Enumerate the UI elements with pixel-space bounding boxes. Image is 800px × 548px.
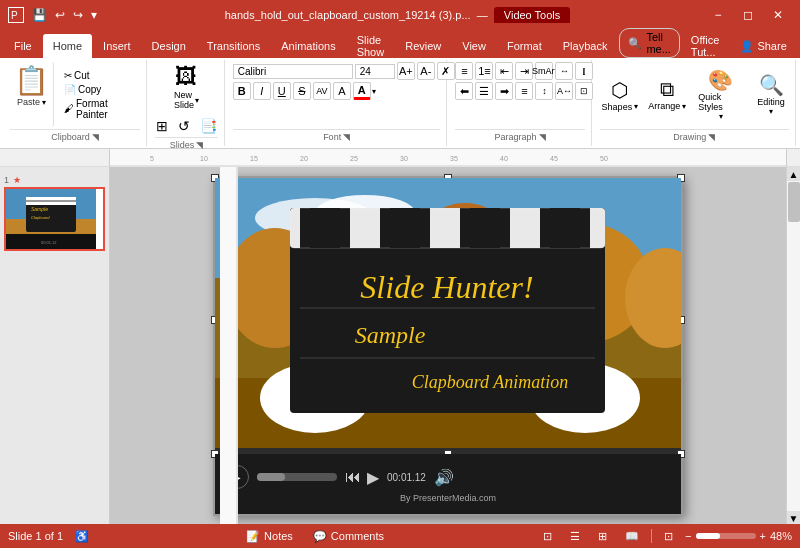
zoom-slider[interactable] [696, 533, 756, 539]
arrange-arrow[interactable]: ▾ [682, 102, 686, 111]
paste-dropdown-arrow[interactable]: ▾ [42, 98, 46, 107]
quick-styles-arrow[interactable]: ▾ [719, 112, 723, 121]
accessibility-button[interactable]: ♿ [71, 529, 93, 544]
redo-icon[interactable]: ↪ [71, 6, 85, 24]
forward-button[interactable]: ▶ [367, 468, 379, 487]
volume-button[interactable]: 🔊 [434, 468, 454, 487]
tab-office-tut[interactable]: Office Tut... [681, 34, 730, 58]
decrease-font-btn[interactable]: A- [417, 62, 435, 80]
editing-button[interactable]: 🔍 Editing ▾ [753, 71, 789, 118]
zoom-out-btn[interactable]: − [685, 530, 691, 542]
align-center-btn[interactable]: ☰ [475, 82, 493, 100]
numbering-btn[interactable]: 1≡ [475, 62, 493, 80]
shapes-arrow[interactable]: ▾ [634, 102, 638, 111]
video-progress-bar[interactable] [257, 473, 337, 481]
smartart-btn[interactable]: SmArt [535, 62, 553, 80]
slide-canvas[interactable]: Slide Hunter! Sample Clapboard Animation… [213, 176, 683, 516]
scroll-thumb[interactable] [788, 182, 800, 222]
new-slide-arrow[interactable]: ▾ [195, 96, 199, 105]
normal-view-btn[interactable]: ⊡ [537, 528, 558, 545]
tab-slideshow[interactable]: Slide Show [347, 34, 395, 58]
align-right-btn[interactable]: ➡ [495, 82, 513, 100]
new-slide-button[interactable]: 🖼 NewSlide ▾ [172, 62, 201, 112]
slide-sorter-btn[interactable]: ⊞ [592, 528, 613, 545]
align-left-btn[interactable]: ⬅ [455, 82, 473, 100]
svg-rect-45 [350, 208, 380, 248]
tab-insert[interactable]: Insert [93, 34, 141, 58]
reset-button[interactable]: ↺ [175, 117, 193, 135]
bullets-btn[interactable]: ≡ [455, 62, 473, 80]
underline-btn[interactable]: U [273, 82, 291, 100]
comments-button[interactable]: 💬 Comments [307, 528, 390, 545]
convert-btn[interactable]: ↔ [555, 62, 573, 80]
increase-indent-btn[interactable]: ⇥ [515, 62, 533, 80]
shapes-icon: ⬡ [611, 78, 628, 102]
tell-me-input[interactable]: 🔍 Tell me... [619, 28, 679, 58]
tab-design[interactable]: Design [142, 34, 196, 58]
tab-home[interactable]: Home [43, 34, 92, 58]
font-color-btn[interactable]: A [353, 82, 371, 100]
tab-format[interactable]: Format [497, 34, 552, 58]
font-name-input[interactable] [233, 64, 353, 79]
char-spacing-btn[interactable]: AV [313, 82, 331, 100]
undo-icon[interactable]: ↩ [53, 6, 67, 24]
zoom-in-btn[interactable]: + [760, 530, 766, 542]
clapboard: Slide Hunter! Sample Clapboard Animation [290, 208, 605, 428]
section-button[interactable]: 📑 [197, 117, 220, 135]
font-shadow-btn[interactable]: A [333, 82, 351, 100]
layout-button[interactable]: ⊞ [153, 117, 171, 135]
rewind-button[interactable]: ⏮ [345, 468, 361, 487]
reading-view-btn[interactable]: 📖 [619, 528, 645, 545]
text-dir-btn[interactable]: A↔ [555, 82, 573, 100]
share-button[interactable]: 👤 Share [730, 34, 796, 58]
arrange-button[interactable]: ⧉ Arrange ▾ [646, 76, 688, 113]
paragraph-expand-icon[interactable]: ◥ [539, 132, 546, 142]
paste-button[interactable]: 📋 Paste ▾ [10, 62, 54, 127]
minimize-button[interactable]: − [704, 4, 732, 26]
clipboard-expand-icon[interactable]: ◥ [92, 132, 99, 142]
drawing-expand-icon[interactable]: ◥ [708, 132, 715, 142]
outline-view-btn[interactable]: ☰ [564, 528, 586, 545]
svg-text:Clapboard Animation: Clapboard Animation [412, 372, 569, 392]
ribbon-tab-bar: File Home Insert Design Transitions Anim… [0, 30, 800, 58]
strikethrough-btn[interactable]: S [293, 82, 311, 100]
quick-styles-button[interactable]: 🎨 Quick Styles ▾ [694, 66, 747, 123]
save-icon[interactable]: 💾 [30, 6, 49, 24]
columns-btn[interactable]: ⫿ [575, 62, 593, 80]
tab-review[interactable]: Review [395, 34, 451, 58]
tab-file[interactable]: File [4, 34, 42, 58]
slide-item-1[interactable]: 1 ★ Sample [4, 175, 105, 251]
window-controls: − ◻ ✕ [704, 4, 792, 26]
font-size-input[interactable] [355, 64, 395, 79]
line-spacing-btn[interactable]: ↕ [535, 82, 553, 100]
tab-playback[interactable]: Playback [553, 34, 618, 58]
scroll-down-button[interactable]: ▼ [787, 511, 801, 525]
video-tools-tab[interactable]: Video Tools [494, 7, 570, 23]
font-expand-icon[interactable]: ◥ [343, 132, 350, 142]
fit-slide-btn[interactable]: ⊡ [658, 528, 679, 545]
restore-button[interactable]: ◻ [734, 4, 762, 26]
cut-button[interactable]: ✂ Cut [61, 69, 136, 82]
scroll-up-button[interactable]: ▲ [787, 167, 801, 181]
italic-btn[interactable]: I [253, 82, 271, 100]
tab-transitions[interactable]: Transitions [197, 34, 270, 58]
justify-btn[interactable]: ≡ [515, 82, 533, 100]
tab-animations[interactable]: Animations [271, 34, 345, 58]
increase-font-btn[interactable]: A+ [397, 62, 415, 80]
format-painter-button[interactable]: 🖌 Format Painter [61, 97, 136, 121]
slide-thumbnail-1[interactable]: Sample Clapboard 00:01.12 [4, 187, 105, 251]
bold-btn[interactable]: B [233, 82, 251, 100]
notes-button[interactable]: 📝 Notes [240, 528, 299, 545]
editing-arrow[interactable]: ▾ [769, 107, 773, 116]
decrease-indent-btn[interactable]: ⇤ [495, 62, 513, 80]
font-color-arrow[interactable]: ▾ [372, 87, 376, 96]
text-align-v-btn[interactable]: ⊡ [575, 82, 593, 100]
tab-view[interactable]: View [452, 34, 496, 58]
svg-rect-57 [220, 167, 238, 525]
customize-icon[interactable]: ▾ [89, 6, 99, 24]
comments-icon: 💬 [313, 530, 327, 543]
copy-button[interactable]: 📄 Copy [61, 83, 136, 96]
scroll-track[interactable] [787, 181, 801, 511]
shapes-button[interactable]: ⬡ Shapes ▾ [600, 76, 641, 114]
close-button[interactable]: ✕ [764, 4, 792, 26]
